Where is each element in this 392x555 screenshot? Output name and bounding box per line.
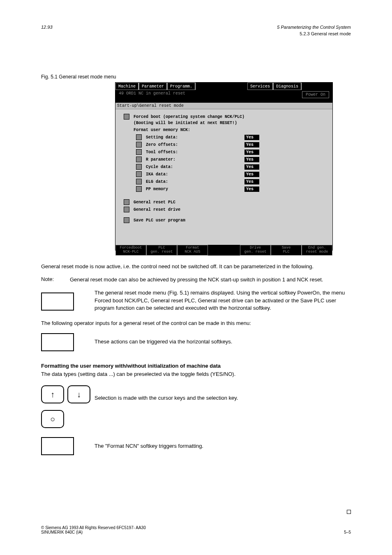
- bottom-softkey-bar: Forcedboot NCK-PLC PLC gen. reset Format…: [115, 245, 332, 256]
- checkbox-tool-offsets[interactable]: [136, 149, 142, 155]
- softkey-graphic-3: [41, 437, 74, 455]
- forced-boot-subtext: (Booting will be initiated at next RESET…: [134, 121, 324, 125]
- figure-caption: Fig. 5.1 General reset mode menu: [41, 74, 116, 80]
- label-ika-data: IKA data:: [146, 172, 244, 177]
- tab-services[interactable]: Services: [247, 83, 273, 90]
- paragraph-8: The "Format NCN" softkey triggers format…: [95, 442, 351, 450]
- label-save-plc: Save PLC user program: [134, 218, 324, 223]
- top-tab-bar: Machine Parameter Programm. Services Dia…: [115, 83, 332, 90]
- page-footer-number: 5–5: [344, 530, 351, 534]
- softkey-end-gen[interactable]: End gen. reset mode: [302, 245, 332, 256]
- softkey-graphic-2: [41, 333, 74, 351]
- toggle-tool-offsets[interactable]: Yes: [244, 150, 259, 155]
- checkbox-save-plc[interactable]: [124, 217, 129, 223]
- subsection-title: Formatting the user memory with/without …: [41, 363, 351, 369]
- tab-machine[interactable]: Machine: [115, 83, 138, 90]
- toggle-zero-offsets[interactable]: Yes: [244, 142, 259, 147]
- softkey-forcedboot[interactable]: Forcedboot NCK-PLC: [115, 245, 146, 256]
- toggle-r-parameter[interactable]: Yes: [244, 157, 259, 162]
- page-header-chapter: 5 Parameterizing the Control System: [277, 25, 351, 30]
- page-footer-copyright: © Siemens AG 1993 All Rights Reserved 6F…: [41, 525, 146, 534]
- checkbox-gen-reset-plc[interactable]: [124, 199, 129, 205]
- label-tool-offsets: Tool offsets:: [146, 150, 244, 154]
- checkbox-r-parameter[interactable]: [136, 157, 142, 162]
- section-end-marker: [347, 510, 351, 514]
- softkey-plc-reset[interactable]: PLC gen. reset: [146, 245, 177, 256]
- label-pp-memory: PP memory: [146, 187, 244, 191]
- select-key-icon: [41, 410, 64, 428]
- checkbox-zero-offsets[interactable]: [136, 142, 142, 147]
- checkbox-pp-memory[interactable]: [136, 186, 142, 192]
- power-on-indicator: Power On: [302, 91, 329, 98]
- paragraph-3: The general reset mode menu (Fig. 5.1) r…: [95, 289, 351, 312]
- label-elg-data: ELG data:: [146, 180, 244, 184]
- arrow-down-key-icon: [67, 385, 90, 403]
- softkey-save-plc[interactable]: Save PLC: [271, 245, 302, 256]
- toggle-ika-data[interactable]: Yes: [244, 172, 259, 177]
- page-header-date: 12.93: [41, 25, 53, 30]
- note-label: Note:: [41, 276, 70, 283]
- softkey-graphic-1: [41, 292, 74, 311]
- paragraph-6: The data types (setting data ...) can be…: [41, 371, 351, 378]
- forced-boot-label: Forced boot (operating system change NCK…: [134, 115, 324, 119]
- softkey-format-nck[interactable]: Format NCK AUS: [177, 245, 208, 256]
- softkey-drive-reset[interactable]: Drive gen. reset: [240, 245, 271, 256]
- toggle-cycle-data[interactable]: Yes: [244, 164, 259, 170]
- checkbox-cycle-data[interactable]: [136, 164, 142, 170]
- format-header: Format user memory NCK:: [134, 128, 324, 132]
- content-area: Forced boot (operating system change NCK…: [115, 109, 332, 245]
- checkbox-forced-boot[interactable]: [124, 114, 129, 120]
- arrow-up-key-icon: [41, 385, 64, 403]
- breadcrumb: Start-up\General reset mode: [115, 103, 332, 109]
- label-zero-offsets: Zero offsets:: [146, 143, 244, 147]
- label-cycle-data: Cycle data:: [146, 165, 244, 169]
- status-bar: 49 ORD1 NC in general reset Power On: [115, 90, 332, 99]
- paragraph-4: The following operator inputs for a gene…: [41, 320, 351, 327]
- toggle-elg-data[interactable]: Yes: [244, 179, 259, 184]
- cnc-screen: Machine Parameter Programm. Services Dia…: [115, 82, 333, 251]
- tab-parameter[interactable]: Parameter: [139, 83, 167, 90]
- tab-programm[interactable]: Programm.: [167, 83, 195, 90]
- paragraph-7: Selection is made with the cursor keys a…: [95, 382, 351, 402]
- toggle-pp-memory[interactable]: Yes: [244, 187, 259, 192]
- toggle-setting-data[interactable]: Yes: [244, 135, 259, 140]
- checkbox-setting-data[interactable]: [136, 134, 142, 140]
- tab-diagnosis[interactable]: Diagnosis: [273, 83, 301, 90]
- paragraph-1: General reset mode is now active, i.e. t…: [41, 263, 351, 270]
- label-r-parameter: R parameter:: [146, 157, 244, 162]
- checkbox-gen-reset-drive[interactable]: [124, 207, 129, 212]
- paragraph-5: These actions can be triggered via the h…: [95, 338, 351, 345]
- checkbox-ika-data[interactable]: [136, 171, 142, 177]
- paragraph-2: General reset mode can also be achieved …: [70, 276, 351, 283]
- label-gen-reset-drive: General reset drive: [134, 207, 324, 212]
- status-text: 49 ORD1 NC in general reset: [119, 91, 185, 98]
- label-setting-data: Setting data:: [146, 135, 244, 140]
- checkbox-elg-data[interactable]: [136, 179, 142, 184]
- page-section-title: 5.2.3 General reset mode: [300, 31, 351, 36]
- label-gen-reset-plc: General reset PLC: [134, 200, 324, 205]
